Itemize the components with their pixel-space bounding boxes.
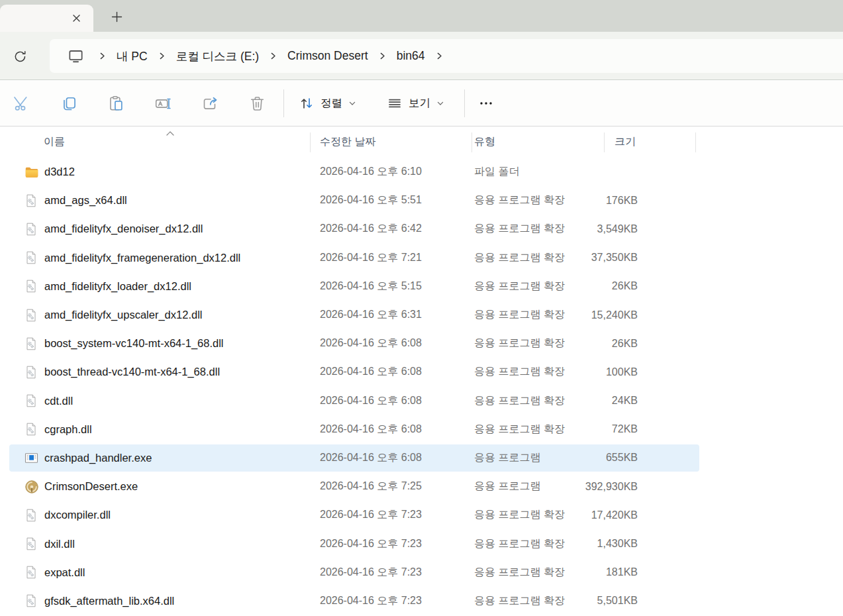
more-options-button[interactable] xyxy=(471,89,501,118)
cut-button[interactable] xyxy=(4,89,40,118)
dll-file-icon xyxy=(25,537,38,550)
view-label: 보기 xyxy=(409,96,430,111)
column-header-type[interactable]: 유형 xyxy=(474,135,495,149)
file-icon-cell xyxy=(25,472,39,501)
file-size: 1,430KB xyxy=(523,529,638,558)
file-row[interactable]: amd_fidelityfx_loader_dx12.dll 2026-04-1… xyxy=(0,272,843,301)
tab-bar xyxy=(0,0,843,32)
breadcrumb-item-crimson-desert[interactable]: Crimson Desert xyxy=(282,46,373,66)
dll-file-icon xyxy=(25,223,38,236)
view-button[interactable]: 보기 xyxy=(379,89,452,118)
sort-ascending-indicator xyxy=(166,127,175,139)
file-row[interactable]: amd_ags_x64.dll 2026-04-16 오후 5:51 응용 프로… xyxy=(0,186,843,215)
file-name: gfsdk_aftermath_lib.x64.dll xyxy=(44,587,174,615)
column-divider[interactable] xyxy=(604,132,605,152)
trash-icon xyxy=(248,95,266,113)
file-size: 655KB xyxy=(523,444,638,472)
file-date-modified: 2026-04-16 오후 6:08 xyxy=(320,444,422,472)
breadcrumb-chevron[interactable] xyxy=(373,50,391,62)
dll-file-icon xyxy=(25,423,38,436)
chevron-right-icon xyxy=(378,52,387,60)
file-size: 37,350KB xyxy=(523,244,638,272)
breadcrumb-chevron[interactable] xyxy=(93,50,111,62)
dll-file-icon xyxy=(25,509,38,522)
file-icon-cell xyxy=(25,215,39,243)
file-date-modified: 2026-04-16 오후 7:23 xyxy=(320,529,422,558)
rename-icon xyxy=(154,95,172,113)
dll-file-icon xyxy=(25,280,38,293)
file-name: expat.dll xyxy=(44,558,85,587)
file-row[interactable]: cgraph.dll 2026-04-16 오후 6:08 응용 프로그램 확장… xyxy=(0,415,843,444)
file-icon-cell xyxy=(25,501,39,529)
file-date-modified: 2026-04-16 오후 7:21 xyxy=(320,244,422,272)
file-size: 17,420KB xyxy=(523,501,638,529)
file-date-modified: 2026-04-16 오후 7:23 xyxy=(320,501,422,529)
breadcrumb-item-bin64[interactable]: bin64 xyxy=(391,46,430,66)
dll-file-icon xyxy=(25,251,38,264)
file-date-modified: 2026-04-16 오후 6:42 xyxy=(320,215,422,243)
close-icon xyxy=(72,13,81,23)
file-row[interactable]: crashpad_handler.exe 2026-04-16 오후 6:08 … xyxy=(0,444,843,472)
chevron-down-icon xyxy=(436,99,444,107)
breadcrumb-item-my-pc[interactable]: 내 PC xyxy=(111,45,153,68)
file-icon-cell xyxy=(25,387,39,415)
file-name: amd_fidelityfx_loader_dx12.dll xyxy=(44,272,191,301)
file-row[interactable]: dxcompiler.dll 2026-04-16 오후 7:23 응용 프로그… xyxy=(0,501,843,529)
monitor-icon xyxy=(68,48,84,64)
column-divider[interactable] xyxy=(695,132,696,152)
breadcrumb-item-local-disk-e[interactable]: 로컬 디스크 (E:) xyxy=(171,45,264,68)
file-name: amd_fidelityfx_denoiser_dx12.dll xyxy=(44,215,203,243)
tab-close-button[interactable] xyxy=(68,10,85,27)
delete-button[interactable] xyxy=(239,89,275,118)
file-row[interactable]: amd_fidelityfx_denoiser_dx12.dll 2026-04… xyxy=(0,215,843,243)
column-divider[interactable] xyxy=(471,132,472,152)
copy-button[interactable] xyxy=(51,89,87,118)
file-size: 3,549KB xyxy=(523,215,638,243)
column-header-size[interactable]: 크기 xyxy=(615,135,636,149)
file-name: cgraph.dll xyxy=(44,415,92,444)
exe-application-icon xyxy=(25,451,38,465)
file-size: 15,240KB xyxy=(523,301,638,329)
refresh-button[interactable] xyxy=(9,45,31,68)
file-row[interactable]: amd_fidelityfx_framegeneration_dx12.dll … xyxy=(0,244,843,272)
file-row[interactable]: amd_fidelityfx_upscaler_dx12.dll 2026-04… xyxy=(0,301,843,329)
file-size: 5,501KB xyxy=(523,587,638,615)
this-pc-icon-button[interactable] xyxy=(62,45,89,67)
file-date-modified: 2026-04-16 오후 7:23 xyxy=(320,558,422,587)
dll-file-icon xyxy=(25,309,38,322)
file-row[interactable]: boost_system-vc140-mt-x64-1_68.dll 2026-… xyxy=(0,329,843,358)
column-header-name[interactable]: 이름 xyxy=(44,135,65,149)
file-row[interactable]: gfsdk_aftermath_lib.x64.dll 2026-04-16 오… xyxy=(0,587,843,615)
file-size: 72KB xyxy=(523,415,638,444)
file-row[interactable]: expat.dll 2026-04-16 오후 7:23 응용 프로그램 확장 … xyxy=(0,558,843,587)
dll-file-icon xyxy=(25,337,38,350)
column-divider[interactable] xyxy=(310,132,311,152)
file-row[interactable]: cdt.dll 2026-04-16 오후 6:08 응용 프로그램 확장 24… xyxy=(0,387,843,415)
breadcrumb-chevron[interactable] xyxy=(153,50,171,62)
explorer-tab[interactable] xyxy=(0,5,93,32)
rename-button[interactable] xyxy=(145,89,181,118)
chevron-down-icon xyxy=(348,99,356,107)
file-row[interactable]: d3d12 2026-04-16 오후 6:10 파일 폴더 xyxy=(0,158,843,186)
file-row[interactable]: dxil.dll 2026-04-16 오후 7:23 응용 프로그램 확장 1… xyxy=(0,529,843,558)
file-row[interactable]: boost_thread-vc140-mt-x64-1_68.dll 2026-… xyxy=(0,358,843,386)
breadcrumb-chevron[interactable] xyxy=(430,50,448,62)
file-icon-cell xyxy=(25,444,39,472)
file-size: 24KB xyxy=(523,387,638,415)
crimson-desert-app-icon xyxy=(25,480,39,494)
file-type: 파일 폴더 xyxy=(474,158,519,186)
file-size xyxy=(523,158,638,186)
breadcrumb-chevron[interactable] xyxy=(264,50,282,62)
new-tab-button[interactable] xyxy=(106,7,127,26)
file-icon-cell xyxy=(25,244,39,272)
share-button[interactable] xyxy=(192,89,228,118)
paste-button[interactable] xyxy=(98,89,134,118)
column-header-date[interactable]: 수정한 날짜 xyxy=(320,135,375,149)
dll-file-icon xyxy=(25,394,38,407)
file-size: 26KB xyxy=(523,272,638,301)
breadcrumb: 내 PC 로컬 디스크 (E:) Crimson Desert bin64 xyxy=(50,39,843,73)
sort-button[interactable]: 정렬 xyxy=(291,89,364,118)
view-icon xyxy=(387,95,403,111)
file-size: 176KB xyxy=(523,186,638,215)
file-row[interactable]: CrimsonDesert.exe 2026-04-16 오후 7:25 응용 … xyxy=(0,472,843,501)
